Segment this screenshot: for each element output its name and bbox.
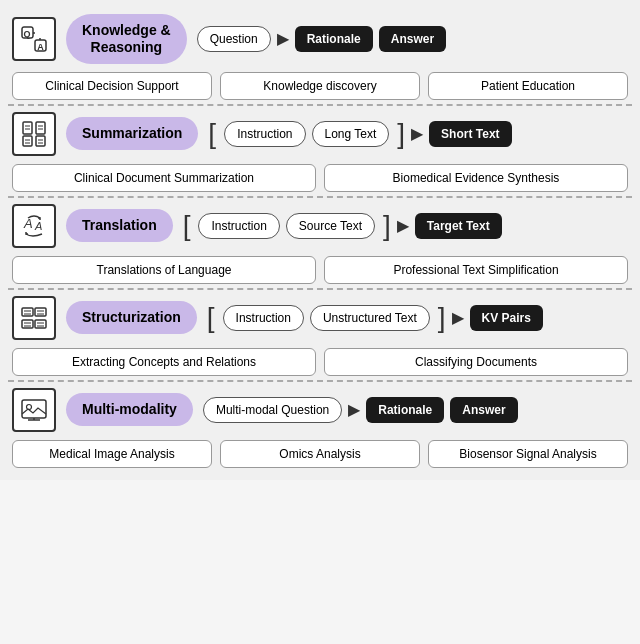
section-tags-knowledge: Clinical Decision SupportKnowledge disco…	[12, 72, 628, 100]
section-multimodality: Multi-modalityMulti-modal Question▶Ratio…	[8, 382, 632, 472]
output-rationale: Rationale	[366, 397, 444, 423]
flow-summarization: [InstructionLong Text]▶Short Text	[208, 120, 628, 148]
section-summarization: Summarization[InstructionLong Text]▶Shor…	[8, 106, 632, 198]
output-boxes: Short Text	[429, 121, 511, 147]
output-boxes: RationaleAnswer	[366, 397, 517, 423]
section-top-structurization: Structurization[InstructionUnstructured …	[12, 296, 628, 340]
category-pill-multimodality: Multi-modality	[66, 393, 193, 426]
arrow-icon: ▶	[411, 124, 423, 143]
output-boxes: RationaleAnswer	[295, 26, 446, 52]
left-bracket: [	[183, 212, 191, 240]
bracket-inner: InstructionLong Text	[222, 121, 391, 147]
output-answer: Answer	[450, 397, 517, 423]
bracket-item-long-text: Long Text	[312, 121, 390, 147]
flow-knowledge: Question▶RationaleAnswer	[197, 26, 628, 52]
section-top-knowledge: Q A Knowledge & ReasoningQuestion▶Ration…	[12, 14, 628, 64]
qa-icon: Q A	[12, 17, 56, 61]
section-tags-summarization: Clinical Document SummarizationBiomedica…	[12, 164, 628, 192]
tag-omics-analysis: Omics Analysis	[220, 440, 420, 468]
right-bracket: ]	[383, 212, 391, 240]
bracket-item-instruction: Instruction	[223, 305, 304, 331]
flow-translation: [InstructionSource Text]▶Target Text	[183, 212, 628, 240]
bracket-item-instruction: Instruction	[198, 213, 279, 239]
svg-rect-32	[22, 400, 46, 418]
section-top-multimodality: Multi-modalityMulti-modal Question▶Ratio…	[12, 388, 628, 432]
section-tags-multimodality: Medical Image AnalysisOmics AnalysisBios…	[12, 440, 628, 468]
arrow-icon: ▶	[348, 400, 360, 419]
section-tags-structurization: Extracting Concepts and RelationsClassif…	[12, 348, 628, 376]
output-answer: Answer	[379, 26, 446, 52]
tag-translations-of-language: Translations of Language	[12, 256, 316, 284]
svg-text:A: A	[23, 216, 33, 231]
left-bracket: [	[207, 304, 215, 332]
arrow-icon: ▶	[277, 29, 289, 48]
svg-rect-26	[22, 320, 33, 328]
image-icon	[12, 388, 56, 432]
tag-classifying-documents: Classifying Documents	[324, 348, 628, 376]
section-structurization: Structurization[InstructionUnstructured …	[8, 290, 632, 382]
main-container: Q A Knowledge & ReasoningQuestion▶Ration…	[0, 0, 640, 480]
section-top-translation: A A Translation[InstructionSource Text]▶…	[12, 204, 628, 248]
section-knowledge: Q A Knowledge & ReasoningQuestion▶Ration…	[8, 8, 632, 106]
left-bracket: [	[208, 120, 216, 148]
svg-rect-20	[22, 308, 33, 316]
tag-professional-text-simplification: Professional Text Simplification	[324, 256, 628, 284]
multimodal-question-input: Multi-modal Question	[203, 397, 342, 423]
tag-patient-education: Patient Education	[428, 72, 628, 100]
question-input: Question	[197, 26, 271, 52]
svg-rect-12	[23, 136, 32, 146]
category-pill-knowledge: Knowledge & Reasoning	[66, 14, 187, 64]
svg-rect-9	[36, 122, 45, 134]
category-pill-summarization: Summarization	[66, 117, 198, 150]
output-boxes: Target Text	[415, 213, 502, 239]
svg-rect-6	[23, 122, 32, 134]
section-top-summarization: Summarization[InstructionLong Text]▶Shor…	[12, 112, 628, 156]
bracket-item-instruction: Instruction	[224, 121, 305, 147]
svg-rect-29	[35, 320, 46, 328]
bracket-item-unstructured-text: Unstructured Text	[310, 305, 430, 331]
bracket-inner: InstructionUnstructured Text	[221, 305, 432, 331]
output-boxes: KV Pairs	[470, 305, 543, 331]
category-pill-structurization: Structurization	[66, 301, 197, 334]
translate-icon: A A	[12, 204, 56, 248]
output-target-text: Target Text	[415, 213, 502, 239]
svg-rect-23	[35, 308, 46, 316]
arrow-icon: ▶	[397, 216, 409, 235]
bracket-inner: InstructionSource Text	[196, 213, 377, 239]
flow-multimodality: Multi-modal Question▶RationaleAnswer	[203, 397, 628, 423]
struct-icon	[12, 296, 56, 340]
tag-biosensor-signal-analysis: Biosensor Signal Analysis	[428, 440, 628, 468]
tag-biomedical-evidence-synthesis: Biomedical Evidence Synthesis	[324, 164, 628, 192]
flow-structurization: [InstructionUnstructured Text]▶KV Pairs	[207, 304, 628, 332]
tag-medical-image-analysis: Medical Image Analysis	[12, 440, 212, 468]
svg-text:A: A	[37, 42, 44, 52]
output-rationale: Rationale	[295, 26, 373, 52]
right-bracket: ]	[397, 120, 405, 148]
output-short-text: Short Text	[429, 121, 511, 147]
section-tags-translation: Translations of LanguageProfessional Tex…	[12, 256, 628, 284]
svg-rect-15	[36, 136, 45, 146]
section-translation: A A Translation[InstructionSource Text]▶…	[8, 198, 632, 290]
right-bracket: ]	[438, 304, 446, 332]
svg-text:A: A	[34, 220, 42, 232]
tag-clinical-decision-support: Clinical Decision Support	[12, 72, 212, 100]
doc-icon	[12, 112, 56, 156]
arrow-icon: ▶	[452, 308, 464, 327]
svg-text:Q: Q	[23, 29, 30, 39]
tag-extracting-concepts-and-relations: Extracting Concepts and Relations	[12, 348, 316, 376]
tag-clinical-document-summarization: Clinical Document Summarization	[12, 164, 316, 192]
output-kv-pairs: KV Pairs	[470, 305, 543, 331]
category-pill-translation: Translation	[66, 209, 173, 242]
bracket-item-source-text: Source Text	[286, 213, 375, 239]
tag-knowledge-discovery: Knowledge discovery	[220, 72, 420, 100]
